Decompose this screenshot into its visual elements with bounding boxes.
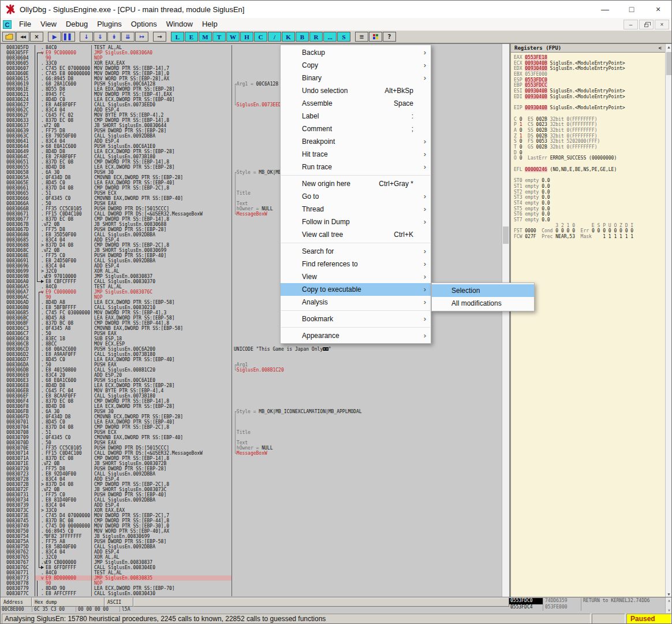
register-line[interactable]: EAX 0553FE18 [514,55,665,61]
disasm-row[interactable]: 008306DA.50PUSH EAX┌Arg1 [5,362,502,367]
scroll-up-icon[interactable]: ∧ [668,599,670,603]
dump-header-address[interactable]: Address [1,597,32,607]
disasm-row[interactable]: 00830745.837D BC 08CMP DWORD PTR SS:[EBP… [5,518,502,523]
register-line[interactable]: ST6 empty 0.0 [514,211,665,217]
submenu-item-all-modifications[interactable]: All modifications [432,297,534,310]
register-line[interactable]: P 1 CS 0023 32bit 0(FFFFFFFF) [514,122,665,128]
disasm-row[interactable]: 00830728.83C4 04ADD ESP,4 [5,477,502,482]
trace-over-button[interactable]: ⇊ [121,32,135,42]
scrollbar-thumb[interactable] [666,52,671,75]
scroll-down-icon[interactable]: ∨ [668,608,670,612]
disasm-row[interactable]: 00830765.32C0XOR AL,AL [5,555,502,560]
menu-item-appearance[interactable]: Appearance› [281,329,431,342]
breakpoints-window-button[interactable]: B [296,32,309,42]
register-line[interactable]: EDI 0093040B SiglusEn.<ModuleEntryPoint> [514,94,665,100]
register-line[interactable]: ECX 0093040B SiglusEn.<ModuleEntryPoint> [514,61,665,66]
scrollbar-thumb[interactable] [503,226,509,244]
go-to-address-button[interactable]: → [153,32,166,42]
register-line[interactable]: ST1 empty 0.0 [514,184,665,190]
disasm-row[interactable]: 008306E0.83C4 20ADD ESP,20 [5,373,502,378]
disasm-row[interactable]: 00830739.83C4 04ADD ESP,4 [5,503,502,508]
close-module-button[interactable]: × [30,32,43,42]
register-line[interactable]: 3 2 1 0 E S P U O Z D I [514,223,665,229]
disasm-row[interactable]: 00830709.0F4345 C0CMOVNB EAX,DWORD PTR S… [5,435,502,440]
stack-scrollbar[interactable]: ∧ ∨ [665,597,672,613]
disassembly-scrollbar[interactable] [502,44,509,597]
disasm-row[interactable]: 008306CD.68 00A2C600PUSH SiglusEn.00C6A2… [5,347,502,352]
disasm-row[interactable]: 00830720.FF75 D8PUSH DWORD PTR SS:[EBP-2… [5,466,502,471]
register-line[interactable] [514,172,665,178]
register-line[interactable]: ST7 empty 0.0 [514,217,665,223]
stack-row[interactable]: 0553FDC074DD6359RETURN to KERNEL32.74DD6 [509,598,665,604]
menu-item-run-trace[interactable]: Run trace› [281,161,431,173]
disasm-row[interactable]: 008306F8.8D4D D8LEA ECX,DWORD PTR SS:[EB… [5,404,502,409]
memory-map-button[interactable]: M [199,32,212,42]
mdi-restore-button[interactable] [639,20,654,29]
registers-pane[interactable]: Registers (FPU) < EAX 0553FE18ECX 009304… [511,44,665,597]
menu-item-view-call-tree[interactable]: View call treeCtrl+K [281,228,431,241]
disasm-row[interactable]: 008306E3.68 E0A1C600PUSH SiglusEn.00C6A1… [5,378,502,383]
maximize-button[interactable]: □ [618,1,645,18]
disasm-row[interactable]: 008306DB.E8 40150800CALL SiglusEn.008B1C… [5,367,502,373]
disasm-row[interactable]: 00830771.84C0TEST AL,AL [5,570,502,575]
disasm-row[interactable]: 0083076C>E8 6FFDFFFFCALL SiglusEn.008304… [5,565,502,570]
menu-item-binary[interactable]: Binary› [281,72,431,84]
register-line[interactable]: S 0 FS 0053 32bit 5202000(FFF) [514,139,665,144]
disasm-row[interactable]: 00830723.E8 92D40F00CALL SiglusEn.0092DB… [5,471,502,477]
run-button[interactable]: ▶ [48,32,61,42]
register-line[interactable]: ST0 empty 0.0 [514,178,665,184]
close-button[interactable]: × [645,1,671,18]
disasm-row[interactable]: 00830750.66:8945 C0MOV WORD PTR SS:[EBP-… [5,529,502,534]
dump-pane[interactable]: AddressHex dumpASCII 00CBE000 6C 35 C3 0… [1,597,509,613]
executables-window-button[interactable]: E [185,32,198,42]
register-line[interactable]: O 0 LastErr ERROR_SUCCESS (00000000) [514,155,665,161]
disasm-row[interactable]: 008306F4.837D EC 08CMP DWORD PTR SS:[EBP… [5,399,502,404]
disasm-row[interactable]: 008306D7.8D45 C0LEA EAX,DWORD PTR SS:[EB… [5,357,502,362]
step-over-button[interactable]: ⇓ [94,32,107,42]
disasm-row[interactable]: 00830701.8D45 C0LEA EAX,DWORD PTR SS:[EB… [5,419,502,425]
disasm-row[interactable]: 00830773vE9 BD000000JMP SiglusEn.0083083… [5,575,502,581]
disasm-row[interactable]: 00830714.FF15 C0D4C100CALL DWORD PTR DS:… [5,451,502,456]
disasm-row[interactable]: 008306D2.E8 A9AAF0FFCALL SiglusEn.0073B1… [5,352,502,357]
open-file-button[interactable] [2,32,16,42]
mdi-minimize-button[interactable]: – [624,20,638,29]
menu-item-copy[interactable]: Copy› [281,59,431,72]
register-line[interactable]: ST4 empty 0.0 [514,200,665,206]
register-line[interactable]: FCW 027F Prec NEAR,53 Mask 1 1 1 1 1 1 [514,234,665,240]
disasm-row[interactable]: 0083075A.FF75 A8PUSH DWORD PTR SS:[EBP-5… [5,539,502,544]
scroll-down-icon[interactable]: ▼ [666,592,672,596]
disasm-row[interactable]: 0083075D.E8 58D40F00CALL SiglusEn.0092DB… [5,544,502,549]
menu-item-label[interactable]: Label: [281,110,431,122]
menubar-item-plugins[interactable]: Plugins [92,18,126,31]
menu-item-undo-selection[interactable]: Undo selectionAlt+BkSp [281,84,431,97]
disasm-row[interactable]: 00830767.vE9 CB000000JMP SiglusEn.008308… [5,560,502,565]
menu-item-view[interactable]: View› [281,270,431,283]
disasm-row[interactable]: 0083070D.50PUSH EAX│Text [5,440,502,445]
dump-row[interactable]: 00CBE000 6C 35 C3 00 00 00 00 00 l5Ã [1,607,509,612]
disasm-row[interactable]: 00830749.C745 D0 00000000MOV DWORD PTR S… [5,523,502,529]
disasm-row[interactable]: 0083071E.v72 0BJB SHORT SiglusEn.0083072… [5,461,502,466]
run-trace-window-button[interactable]: ... [323,32,337,42]
menu-item-hit-trace[interactable]: Hit trace› [281,148,431,161]
register-line[interactable]: EDX 0093040B SiglusEn.<ModuleEntryPoint> [514,66,665,72]
scroll-up-icon[interactable]: ▲ [666,45,672,49]
register-line[interactable]: EBX 053FE000 [514,72,665,77]
cpu-window-button[interactable]: C [254,32,267,42]
disasm-row[interactable]: 008306FD.0F434D D8CMOVNB ECX,DWORD PTR S… [5,414,502,419]
register-line[interactable]: ST5 empty 0.0 [514,206,665,212]
menubar-item-file[interactable]: File [14,18,36,31]
menu-item-comment[interactable]: Comment; [281,122,431,135]
disasm-row[interactable]: 00830731.FF75 C0PUSH DWORD PTR SS:[EBP-4… [5,492,502,497]
menu-item-follow-in-dump[interactable]: Follow in Dump› [281,216,431,228]
stack-row[interactable]: 0553FDC4053FE000 [509,604,665,611]
register-line[interactable]: EIP 0093040B SiglusEn.<ModuleEntryPoint> [514,105,665,111]
disasm-row[interactable]: 00830734.E8 81D40F00CALL SiglusEn.0092DB… [5,497,502,503]
menu-item-search-for[interactable]: Search for› [281,245,431,258]
disasm-row[interactable]: 008306FB.6A 30PUSH 30┌Style = MB_OK|MB_I… [5,409,502,414]
register-line[interactable]: T 0 GS 002B 32bit 0(FFFFFFFF) [514,144,665,150]
disasm-row[interactable]: 00830704.837D D4 08CMP DWORD PTR SS:[EBP… [5,425,502,430]
dump-header-hex-dump[interactable]: Hex dump [32,597,104,607]
disasm-row[interactable]: 0083070E.FF35 CC5C0105PUSH DWORD PTR DS:… [5,445,502,451]
register-line[interactable]: ST3 empty 0.0 [514,195,665,200]
menu-item-thread[interactable]: Thread› [281,203,431,216]
